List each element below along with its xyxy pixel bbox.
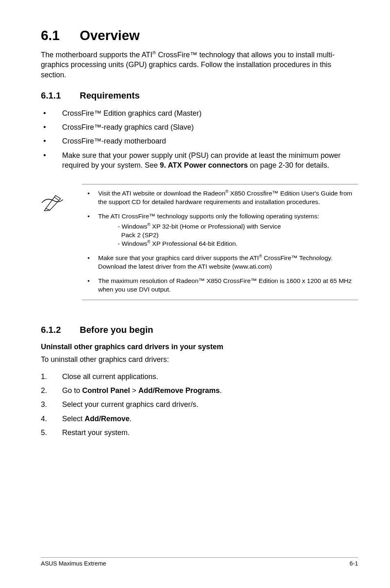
subsection-heading-611: 6.1.1Requirements: [41, 90, 358, 101]
sub-text: XP Professional 64-bit Edition.: [150, 240, 238, 247]
page-footer: ASUS Maximus Extreme 6-1: [41, 557, 358, 567]
reg-mark: ®: [147, 222, 150, 227]
step-text: >: [130, 386, 139, 395]
reg-mark: ®: [259, 254, 262, 258]
subsection-number: 6.1.1: [41, 90, 80, 101]
sub-text: Pack 2 (SP2): [118, 231, 159, 238]
sub-text: - Windows: [118, 223, 147, 230]
sublist-item: - Windows® XP 32-bit (Home or Profession…: [118, 222, 358, 231]
step-bold: Control Panel: [82, 386, 130, 395]
reg-mark: ®: [225, 189, 228, 194]
step-text: .: [130, 415, 132, 423]
note-content: Visit the ATI website or download the Ra…: [82, 184, 358, 300]
item-bold: 9. ATX Power connectors: [160, 161, 248, 169]
note-item: Visit the ATI website or download the Ra…: [82, 189, 358, 206]
note-sublist: - Windows® XP 32-bit (Home or Profession…: [118, 222, 358, 248]
note-item: The maximum resolution of Radeon™ X850 C…: [82, 277, 358, 294]
requirements-list: CrossFire™ Edition graphics card (Master…: [41, 108, 358, 170]
step-text: Go to: [62, 386, 82, 395]
instruction-text: To uninstall other graphics card drivers…: [41, 355, 358, 364]
list-item: CrossFire™-ready motherboard: [41, 136, 358, 146]
note-item: The ATI CrossFire™ technology supports o…: [82, 212, 358, 248]
list-item: CrossFire™-ready graphics card (Slave): [41, 122, 358, 132]
footer-page-number: 6-1: [350, 560, 358, 567]
note-text: Make sure that your graphics card driver…: [98, 254, 259, 261]
step-text: .: [220, 386, 222, 395]
step-item: Go to Control Panel > Add/Remove Program…: [41, 386, 358, 395]
subsection-title: Before you begin: [80, 325, 153, 335]
step-item: Close all current applications.: [41, 372, 358, 382]
note-text: The ATI CrossFire™ technology supports o…: [98, 213, 319, 220]
step-bold: Add/Remove Programs: [139, 386, 220, 395]
intro-text-pre: The motherboard supports the ATI: [41, 51, 152, 59]
section-title: Overview: [80, 28, 140, 43]
footer-left: ASUS Maximus Extreme: [41, 560, 106, 567]
section-intro: The motherboard supports the ATI® CrossF…: [41, 50, 358, 80]
sub-text: XP 32-bit (Home or Professional) with Se…: [150, 223, 281, 230]
note-text: Visit the ATI website or download the Ra…: [98, 190, 225, 197]
step-item: Select your current graphics card driver…: [41, 399, 358, 409]
sublist-item-cont: Pack 2 (SP2): [118, 231, 358, 240]
subsection-title: Requirements: [80, 90, 140, 101]
sub-text: - Windows: [118, 240, 147, 247]
step-item: Select Add/Remove.: [41, 414, 358, 424]
section-heading: 6.1Overview: [41, 28, 358, 43]
step-text: Select: [62, 415, 85, 423]
svg-line-0: [54, 197, 59, 200]
item-text: on page 2-30 for details.: [248, 161, 329, 169]
sublist-item: - Windows® XP Professional 64-bit Editio…: [118, 240, 358, 248]
list-item: CrossFire™ Edition graphics card (Master…: [41, 108, 358, 118]
steps-list: Close all current applications. Go to Co…: [41, 372, 358, 438]
reg-mark: ®: [147, 240, 150, 244]
step-bold: Add/Remove: [85, 415, 130, 423]
note-item: Make sure that your graphics card driver…: [82, 254, 358, 271]
subheading: Uninstall other graphics card drivers in…: [41, 343, 358, 351]
subsection-heading-612: 6.1.2Before you begin: [41, 325, 358, 335]
list-item: Make sure that your power supply unit (P…: [41, 150, 358, 171]
pencil-note-icon: [41, 205, 64, 212]
subsection-number: 6.1.2: [41, 325, 80, 335]
section-number: 6.1: [41, 28, 80, 43]
step-item: Restart your system.: [41, 428, 358, 438]
note-icon-column: [41, 184, 82, 300]
note-block: Visit the ATI website or download the Ra…: [41, 184, 358, 300]
